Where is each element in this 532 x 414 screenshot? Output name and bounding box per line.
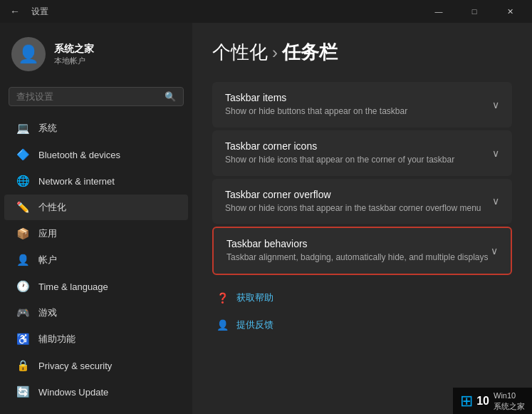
back-button[interactable]: ← — [6, 4, 24, 19]
app-title: 设置 — [31, 6, 48, 18]
close-button[interactable]: ✕ — [494, 0, 526, 23]
taskbar-corner-icons-setting[interactable]: Taskbar corner icons Show or hide icons … — [212, 130, 512, 176]
setting-left: Taskbar items Show or hide buttons that … — [225, 92, 492, 118]
user-info: 系统之家 本地帐户 — [54, 43, 94, 66]
setting-desc: Show or hide buttons that appear on the … — [225, 105, 492, 118]
minimize-button[interactable]: — — [422, 0, 455, 23]
chevron-down-icon: ∨ — [492, 148, 499, 159]
bluetooth-icon: 🔷 — [16, 148, 30, 162]
accessibility-icon: ♿ — [16, 332, 30, 346]
time-icon: 🕐 — [16, 279, 30, 294]
watermark-line1: Win10 — [494, 390, 525, 400]
sidebar-item-apps[interactable]: 📦 应用 — [4, 221, 188, 247]
user-account-type: 本地帐户 — [54, 56, 94, 66]
setting-left: Taskbar behaviors Taskbar alignment, bad… — [226, 238, 491, 264]
user-name: 系统之家 — [54, 43, 94, 56]
sidebar-item-label: 辅助功能 — [38, 333, 75, 346]
setting-title: Taskbar behaviors — [226, 238, 491, 249]
sidebar-item-label: 个性化 — [38, 201, 66, 214]
taskbar-items-setting[interactable]: Taskbar items Show or hide buttons that … — [212, 82, 512, 128]
setting-desc: Taskbar alignment, badging, automaticall… — [226, 252, 491, 264]
setting-left: Taskbar corner icons Show or hide icons … — [225, 140, 492, 166]
get-help-item[interactable]: ❓ 获取帮助 — [212, 286, 512, 309]
sidebar-item-label: Bluetooth & devices — [38, 150, 120, 160]
settings-list: Taskbar items Show or hide buttons that … — [212, 82, 512, 275]
content-area: 个性化 › 任务栏 Taskbar items Show or hide but… — [192, 23, 532, 414]
update-icon: 🔄 — [16, 385, 30, 399]
sidebar-item-label: Network & internet — [38, 176, 115, 187]
sidebar-item-privacy[interactable]: 🔒 Privacy & security — [4, 353, 188, 378]
chevron-down-icon: ∨ — [492, 99, 499, 110]
watermark-text: Win10 系统之家 — [494, 390, 525, 411]
maximize-button[interactable]: □ — [458, 0, 491, 23]
gaming-icon: 🎮 — [16, 306, 30, 320]
search-icon: 🔍 — [165, 91, 176, 102]
sidebar-item-network[interactable]: 🌐 Network & internet — [4, 168, 188, 194]
main-layout: 👤 系统之家 本地帐户 🔍 💻 系统 🔷 Bluetooth & devices — [0, 23, 532, 414]
setting-title: Taskbar items — [225, 92, 492, 103]
personalization-icon: ✏️ — [16, 200, 30, 214]
window-controls: — □ ✕ — [422, 0, 526, 23]
network-icon: 🌐 — [16, 174, 30, 188]
feedback-item[interactable]: 👤 提供反馈 — [212, 314, 512, 336]
sidebar-item-label: Windows Update — [38, 387, 108, 398]
taskbar-corner-overflow-setting[interactable]: Taskbar corner overflow Show or hide ico… — [212, 179, 512, 224]
help-icon: ❓ — [215, 291, 229, 305]
sidebar-item-time[interactable]: 🕐 Time & language — [4, 274, 188, 299]
privacy-icon: 🔒 — [16, 358, 30, 373]
breadcrumb: 个性化 › 任务栏 — [212, 40, 512, 65]
setting-desc: Show or hide icons that appear on the co… — [225, 154, 492, 166]
apps-icon: 📦 — [16, 227, 30, 241]
sidebar-item-gaming[interactable]: 🎮 游戏 — [4, 300, 188, 326]
titlebar-left: ← 设置 — [6, 4, 48, 19]
search-box[interactable]: 🔍 — [9, 87, 184, 106]
sidebar-item-label: 帐户 — [38, 254, 57, 266]
windows-logo-icon: ⊞ — [460, 392, 473, 410]
breadcrumb-parent: 个性化 — [212, 40, 268, 65]
sidebar-item-label: 系统 — [38, 122, 57, 135]
win10-label: 10 — [476, 395, 489, 408]
system-icon: 💻 — [16, 121, 30, 135]
sidebar: 👤 系统之家 本地帐户 🔍 💻 系统 🔷 Bluetooth & devices — [0, 23, 192, 414]
chevron-down-icon: ∨ — [492, 195, 499, 207]
feedback-label: 提供反馈 — [236, 319, 273, 331]
search-input[interactable] — [16, 91, 159, 102]
setting-title: Taskbar corner overflow — [225, 189, 492, 200]
sidebar-item-label: Privacy & security — [38, 361, 112, 371]
avatar-icon: 👤 — [18, 44, 39, 64]
user-profile: 👤 系统之家 本地帐户 — [0, 30, 192, 83]
titlebar: ← 设置 — □ ✕ — [0, 0, 532, 23]
sidebar-item-label: 游戏 — [38, 306, 57, 319]
setting-title: Taskbar corner icons — [225, 140, 492, 152]
watermark: ⊞ 10 Win10 系统之家 — [453, 388, 532, 414]
setting-desc: Show or hide icons that appear in the ta… — [225, 202, 492, 214]
feedback-icon: 👤 — [215, 318, 229, 332]
sidebar-item-system[interactable]: 💻 系统 — [4, 115, 188, 141]
get-help-label: 获取帮助 — [236, 291, 273, 304]
sidebar-item-update[interactable]: 🔄 Windows Update — [4, 379, 188, 405]
sidebar-item-accounts[interactable]: 👤 帐户 — [4, 247, 188, 273]
avatar: 👤 — [11, 37, 46, 71]
search-container: 🔍 — [0, 83, 192, 115]
watermark-logo: ⊞ 10 — [460, 392, 489, 410]
chevron-down-icon: ∨ — [491, 245, 498, 257]
breadcrumb-separator: › — [272, 43, 278, 63]
sidebar-item-label: 应用 — [38, 227, 57, 240]
sidebar-item-bluetooth[interactable]: 🔷 Bluetooth & devices — [4, 142, 188, 167]
nav-list: 💻 系统 🔷 Bluetooth & devices 🌐 Network & i… — [0, 115, 192, 407]
sidebar-item-accessibility[interactable]: ♿ 辅助功能 — [4, 326, 188, 352]
watermark-line2: 系统之家 — [494, 401, 525, 411]
taskbar-behaviors-setting[interactable]: Taskbar behaviors Taskbar alignment, bad… — [212, 227, 512, 275]
accounts-icon: 👤 — [16, 253, 30, 267]
setting-left: Taskbar corner overflow Show or hide ico… — [225, 189, 492, 214]
help-section: ❓ 获取帮助 👤 提供反馈 — [212, 286, 512, 336]
sidebar-item-personalization[interactable]: ✏️ 个性化 — [4, 195, 188, 220]
sidebar-item-label: Time & language — [38, 281, 108, 292]
breadcrumb-current: 任务栏 — [282, 40, 338, 65]
